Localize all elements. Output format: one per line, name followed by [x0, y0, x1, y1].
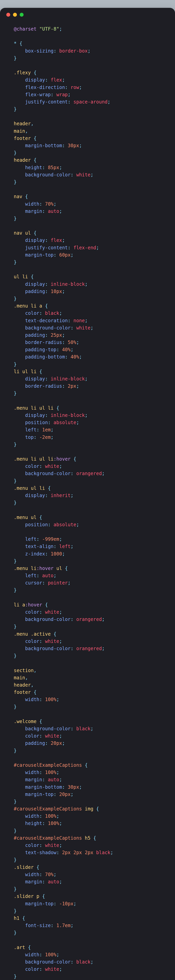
code-block: @charset "UTF-8"; * { box-sizing: border…: [0, 22, 175, 980]
code-window: @charset "UTF-8"; * { box-sizing: border…: [0, 8, 175, 980]
close-icon[interactable]: [6, 13, 10, 17]
titlebar: [0, 8, 175, 22]
minimize-icon[interactable]: [13, 13, 17, 17]
zoom-icon[interactable]: [20, 13, 24, 17]
